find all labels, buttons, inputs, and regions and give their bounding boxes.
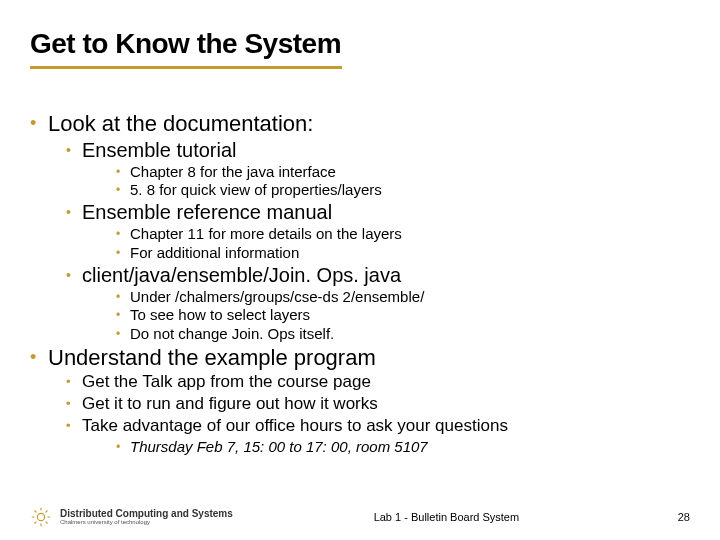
bullet-text: Ensemble tutorial bbox=[82, 139, 237, 161]
footer-logo-text: Distributed Computing and Systems Chalme… bbox=[60, 509, 233, 525]
bullet-l2: •Ensemble tutorial •Chapter 8 for the ja… bbox=[66, 138, 690, 201]
bullet-l2: •Get the Talk app from the course page bbox=[66, 371, 690, 393]
bullet-text: Thursday Feb 7, 15: 00 to 17: 00, room 5… bbox=[130, 438, 428, 455]
bullet-l3: •For additional information bbox=[116, 244, 690, 263]
bullet-text: To see how to select layers bbox=[130, 306, 310, 323]
bullet-l3: •Thursday Feb 7, 15: 00 to 17: 00, room … bbox=[116, 438, 690, 457]
bullet-l2: •Take advantage of our office hours to a… bbox=[66, 415, 690, 456]
bullet-l1: •Look at the documentation: •Ensemble tu… bbox=[30, 110, 690, 344]
logo-sub-text: Chalmers university of technology bbox=[60, 519, 233, 525]
bullet-text: Take advantage of our office hours to as… bbox=[82, 416, 508, 435]
footer-lab-text: Lab 1 - Bulletin Board System bbox=[374, 511, 520, 523]
slide-content: •Look at the documentation: •Ensemble tu… bbox=[30, 110, 690, 456]
bullet-l2: •Ensemble reference manual •Chapter 11 f… bbox=[66, 200, 690, 263]
gear-icon bbox=[30, 506, 52, 528]
bullet-l2: •Get it to run and figure out how it wor… bbox=[66, 393, 690, 415]
bullet-text: Get it to run and figure out how it work… bbox=[82, 394, 378, 413]
bullet-l3: •5. 8 for quick view of properties/layer… bbox=[116, 181, 690, 200]
bullet-text: Chapter 11 for more details on the layer… bbox=[130, 225, 402, 242]
bullet-text: Understand the example program bbox=[48, 345, 376, 370]
bullet-text: For additional information bbox=[130, 244, 299, 261]
bullet-l3: •Do not change Join. Ops itself. bbox=[116, 325, 690, 344]
svg-point-0 bbox=[37, 513, 44, 520]
bullet-text: client/java/ensemble/Join. Ops. java bbox=[82, 264, 401, 286]
page-number: 28 bbox=[660, 511, 690, 523]
bullet-l3: •To see how to select layers bbox=[116, 306, 690, 325]
bullet-text: Under /chalmers/groups/cse-ds 2/ensemble… bbox=[130, 288, 424, 305]
bullet-text: Ensemble reference manual bbox=[82, 201, 332, 223]
bullet-l1: •Understand the example program •Get the… bbox=[30, 344, 690, 457]
title-underline bbox=[30, 66, 342, 69]
bullet-l3: •Chapter 11 for more details on the laye… bbox=[116, 225, 690, 244]
bullet-text: Do not change Join. Ops itself. bbox=[130, 325, 334, 342]
bullet-text: 5. 8 for quick view of properties/layers bbox=[130, 181, 382, 198]
bullet-text: Get the Talk app from the course page bbox=[82, 372, 371, 391]
bullet-l3: •Chapter 8 for the java interface bbox=[116, 163, 690, 182]
logo-main-text: Distributed Computing and Systems bbox=[60, 509, 233, 519]
bullet-text: Chapter 8 for the java interface bbox=[130, 163, 336, 180]
footer-logo: Distributed Computing and Systems Chalme… bbox=[30, 506, 233, 528]
slide-footer: Distributed Computing and Systems Chalme… bbox=[30, 506, 690, 528]
bullet-text: Look at the documentation: bbox=[48, 111, 313, 136]
bullet-l2: •client/java/ensemble/Join. Ops. java •U… bbox=[66, 263, 690, 344]
bullet-l3: •Under /chalmers/groups/cse-ds 2/ensembl… bbox=[116, 288, 690, 307]
slide-title: Get to Know the System bbox=[30, 28, 341, 60]
